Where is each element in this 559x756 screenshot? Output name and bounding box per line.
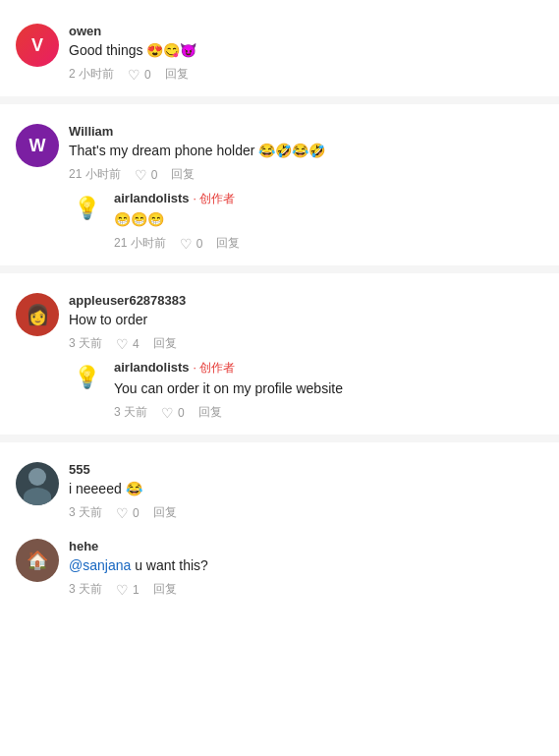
like-group[interactable]: ♡ 0 — [135, 167, 158, 183]
like-icon: ♡ — [116, 582, 129, 598]
like-group[interactable]: ♡ 0 — [128, 67, 151, 83]
comment-text: How to order — [69, 310, 543, 330]
comment-content: owen Good things 😍😋😈 2 小时前 ♡ 0 回复 — [69, 24, 543, 83]
like-group[interactable]: ♡ 1 — [116, 582, 140, 598]
comment-time: 3 天前 — [114, 404, 147, 421]
comment-block-william: W William That's my dream phone holder 😂… — [0, 112, 559, 258]
avatar: 👩 — [16, 293, 59, 336]
comment-username: airlandolists· 创作者 — [114, 360, 543, 377]
like-group[interactable]: ♡ 0 — [161, 405, 185, 421]
comment-time: 3 天前 — [69, 335, 102, 352]
avatar: W — [16, 124, 59, 167]
comment-time: 3 天前 — [69, 504, 102, 521]
comment-content: appleuser62878383 How to order 3 天前 ♡ 4 … — [69, 293, 543, 352]
comment-block-appleuser: 👩 appleuser62878383 How to order 3 天前 ♡ … — [0, 281, 559, 427]
divider — [0, 435, 559, 442]
like-group[interactable]: ♡ 4 — [116, 336, 140, 352]
comment-text: You can order it on my profile website — [114, 378, 543, 399]
comment-content: 555 i neeeed 😂 3 天前 ♡ 0 回复 — [69, 462, 543, 521]
comment-meta: 3 天前 ♡ 0 回复 — [114, 404, 543, 421]
like-icon: ♡ — [135, 167, 147, 183]
like-icon: ♡ — [116, 336, 129, 352]
like-count: 0 — [133, 506, 140, 520]
comment-username: hehe — [69, 539, 543, 553]
like-icon: ♡ — [180, 236, 193, 252]
reply-indent: 💡 airlandolists· 创作者 You can order it on… — [69, 360, 543, 421]
like-count: 0 — [178, 406, 185, 420]
comment-text: That's my dream phone holder 😂🤣😂🤣 — [69, 141, 543, 161]
comment-content: airlandolists· 创作者 You can order it on m… — [114, 360, 543, 421]
comment-block-555: 555 i neeeed 😂 3 天前 ♡ 0 回复 — [0, 450, 559, 527]
like-icon: ♡ — [116, 505, 129, 521]
comment-username: airlandolists· 创作者 — [114, 191, 543, 207]
like-group[interactable]: ♡ 0 — [116, 505, 140, 521]
avatar-bulb: 💡 — [69, 360, 104, 395]
avatar: V — [16, 24, 59, 67]
comment-block-hehe: 🏠 hehe @sanjana u want this? 3 天前 ♡ 1 回复 — [0, 527, 559, 604]
comment-text: i neeeed 😂 — [69, 479, 543, 499]
like-count: 4 — [133, 337, 140, 351]
comment-section: V owen Good things 😍😋😈 2 小时前 ♡ 0 回复 W — [0, 0, 559, 615]
like-count: 0 — [196, 237, 203, 251]
comment-meta: 3 天前 ♡ 1 回复 — [69, 581, 543, 598]
comment-item: V owen Good things 😍😋😈 2 小时前 ♡ 0 回复 — [16, 24, 543, 83]
comment-time: 3 天前 — [69, 581, 102, 598]
reply-button[interactable]: 回复 — [216, 235, 240, 252]
comment-time: 2 小时前 — [69, 66, 114, 83]
avatar: 🏠 — [16, 539, 59, 582]
divider — [0, 265, 559, 273]
like-count: 0 — [144, 68, 151, 82]
reply-button[interactable]: 回复 — [153, 335, 177, 352]
like-icon: ♡ — [161, 405, 174, 421]
comment-text: @sanjana u want this? — [69, 555, 543, 576]
comment-meta: 21 小时前 ♡ 0 回复 — [114, 235, 543, 252]
like-group[interactable]: ♡ 0 — [180, 236, 203, 252]
reply-button[interactable]: 回复 — [198, 404, 222, 421]
like-count: 0 — [151, 168, 158, 182]
mention-tag[interactable]: @sanjana — [69, 557, 131, 573]
comment-item: 555 i neeeed 😂 3 天前 ♡ 0 回复 — [16, 462, 543, 521]
comment-time: 21 小时前 — [114, 235, 166, 252]
like-count: 1 — [133, 583, 140, 597]
reply-button[interactable]: 回复 — [171, 166, 195, 183]
comment-item-reply: 💡 airlandolists· 创作者 😁😁😁 21 小时前 ♡ 0 回复 — [69, 191, 543, 252]
comment-item: 🏠 hehe @sanjana u want this? 3 天前 ♡ 1 回复 — [16, 539, 543, 598]
avatar — [16, 462, 59, 505]
comment-username: owen — [69, 24, 543, 38]
avatar-bulb: 💡 — [69, 191, 104, 226]
reply-indent: 💡 airlandolists· 创作者 😁😁😁 21 小时前 ♡ 0 回复 — [69, 191, 543, 252]
comment-username: 555 — [69, 462, 543, 477]
comment-text-rest: u want this? — [135, 557, 208, 573]
comment-item: W William That's my dream phone holder 😂… — [16, 124, 543, 183]
reply-button[interactable]: 回复 — [165, 66, 189, 83]
comment-content: hehe @sanjana u want this? 3 天前 ♡ 1 回复 — [69, 539, 543, 598]
comment-content: William That's my dream phone holder 😂🤣😂… — [69, 124, 543, 183]
like-icon: ♡ — [128, 67, 140, 83]
comment-username: William — [69, 124, 543, 139]
reply-button[interactable]: 回复 — [153, 504, 177, 521]
comment-meta: 2 小时前 ♡ 0 回复 — [69, 66, 543, 83]
divider — [0, 96, 559, 104]
reply-button[interactable]: 回复 — [153, 581, 177, 598]
comment-username: appleuser62878383 — [69, 293, 543, 308]
comment-time: 21 小时前 — [69, 166, 121, 183]
comment-item-reply: 💡 airlandolists· 创作者 You can order it on… — [69, 360, 543, 421]
comment-item: 👩 appleuser62878383 How to order 3 天前 ♡ … — [16, 293, 543, 352]
comment-meta: 3 天前 ♡ 0 回复 — [69, 504, 543, 521]
comment-text: 😁😁😁 — [114, 209, 543, 230]
comment-meta: 3 天前 ♡ 4 回复 — [69, 335, 543, 352]
comment-block-owen: V owen Good things 😍😋😈 2 小时前 ♡ 0 回复 — [0, 12, 559, 88]
comment-meta: 21 小时前 ♡ 0 回复 — [69, 166, 543, 183]
comment-content: airlandolists· 创作者 😁😁😁 21 小时前 ♡ 0 回复 — [114, 191, 543, 252]
comment-text: Good things 😍😋😈 — [69, 40, 543, 61]
